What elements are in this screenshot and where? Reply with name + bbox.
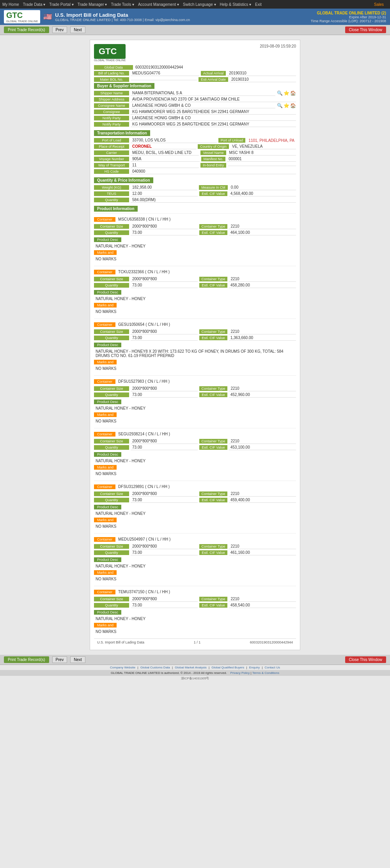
close-button-top[interactable]: Close This Window	[345, 27, 386, 33]
container-block-1: Container TCKU2332366 ( CN / L / HH ) Co…	[94, 266, 296, 314]
container-size-value-4: 2000*800*800	[131, 438, 198, 444]
nav-trade-tools[interactable]: Trade Tools ▾	[111, 2, 134, 7]
container-cif-value-4: 453,100.00	[229, 445, 296, 450]
nav-sales[interactable]: Sales	[374, 2, 384, 7]
nav-account-management[interactable]: Account Management ▾	[138, 2, 179, 7]
way-transport-value: 11	[131, 163, 199, 168]
container-block-3: Container DFSU1527983 ( CN / L / HH ) Co…	[94, 375, 296, 423]
nav-switch-language[interactable]: Switch Language ▾	[183, 2, 216, 7]
container-size-label-6: Container Size	[94, 544, 129, 549]
container-size-label-1: Container Size	[94, 277, 129, 281]
estl-cif-value: 4,568,400.00	[229, 191, 296, 196]
notify-party-row: Notify Party LANGNESE HONIG GMBH & CO	[94, 115, 296, 121]
footer-contact[interactable]: Contact Us	[264, 666, 280, 669]
marks-label-0: Marks and	[94, 249, 296, 256]
footer-privacy[interactable]: Privacy Policy	[230, 671, 250, 675]
container-qty-label-6: Quantity	[94, 550, 129, 555]
container-id-value-5: DFSU3129891 ( CN / L / HH )	[117, 484, 171, 489]
close-button-bottom[interactable]: Close This Window	[345, 656, 386, 663]
place-receipt-row: Place of Receipt CORONEL Country of Orig…	[94, 144, 296, 149]
container-cif-value-0: 464,100.00	[229, 230, 296, 235]
nav-my-home[interactable]: My Home	[2, 2, 19, 7]
container-size-row-1: Container Size 2000*800*800 Container Ty…	[94, 276, 296, 282]
carrier-value: MEDU, BCSL, US-MED LINE LTD	[131, 150, 199, 156]
hs-row: HS Code 040900	[94, 169, 296, 174]
container-cif-label-6: Estl. CIF Value	[199, 550, 227, 555]
us-flag-icon: 🇺🇸	[43, 12, 52, 21]
nav-trade-portal[interactable]: Trade Portal ▾	[49, 2, 73, 7]
container-block-7: Container TEMU3747150 ( CN / L / HH ) Co…	[94, 586, 296, 634]
container-id-row-0: Container MSCU6358338 ( CN / L / HH )	[94, 217, 296, 223]
bol-row: Bill of Lading No. MEDUSG04776 Actual Ar…	[94, 71, 296, 76]
container-cif-label-1: Estl. CIF Value	[199, 283, 227, 288]
container-qty-label-2: Quantity	[94, 336, 129, 340]
product-desc-label-3: Product Desc	[94, 398, 296, 405]
weight-label: Weight (KG)	[94, 185, 129, 190]
footer-record-id: 6003201903120000442944	[250, 640, 293, 644]
print-button-top[interactable]: Print Trade Record(s)	[4, 27, 49, 33]
container-label-0: Container	[94, 217, 115, 222]
manifest-label: Manifest No.	[201, 157, 226, 161]
esti-arrival-value: 20190310	[230, 77, 296, 82]
search-icon-2[interactable]: 🔍	[277, 103, 283, 108]
container-cif-label-0: Estl. CIF Value	[199, 230, 227, 235]
footer-company-website[interactable]: Company Website	[110, 666, 135, 669]
container-qty-label-7: Quantity	[94, 603, 129, 608]
company-name: GLOBAL TRADE ONLINE LIMITED (2)	[311, 11, 386, 15]
container-cif-label-7: Estl. CIF Value	[199, 603, 227, 608]
container-label-5: Container	[94, 484, 115, 489]
container-block-4: Container SEGU2938214 ( CN / L / HH ) Co…	[94, 428, 296, 476]
measure-label: Measure In CM	[199, 185, 228, 190]
consignee-row: Consignee KG HAMMOORER WEG 25 BARGTEHEID…	[94, 109, 296, 115]
shipper-name-value: NAMA BITERNATIONAL S A	[131, 90, 275, 96]
nav-trade-manager[interactable]: Trade Manager ▾	[78, 2, 107, 7]
print-button-bottom[interactable]: Print Trade Record(s)	[4, 656, 49, 663]
marks-label-2: Marks and	[94, 359, 296, 366]
star-icon[interactable]: ⭐	[284, 90, 289, 96]
mater-bol-value	[131, 79, 197, 80]
product-desc-label-7: Product Desc	[94, 609, 296, 616]
next-button-bottom[interactable]: Next	[70, 656, 85, 663]
container-qty-value-2: 73.00	[131, 335, 198, 341]
footer-terms[interactable]: Terms & Conditions	[252, 671, 279, 675]
nav-help-statistics[interactable]: Help & Statistics ▾	[220, 2, 252, 7]
toolbar-top: Print Trade Record(s) Prev Next Close Th…	[0, 25, 390, 35]
search-icon[interactable]: 🔍	[277, 90, 283, 96]
record-header: GTC GLOBAL TRADE ONLINE 2019-08-09 15:59…	[94, 44, 296, 62]
container-qty-label-4: Quantity	[94, 445, 129, 450]
global-data-label: Global Data	[94, 65, 133, 70]
way-transport-label: Way of Transport	[94, 163, 129, 168]
estl-cif-label: Estl. CIF Value	[199, 191, 227, 196]
container-id-row-6: Container MEDU2504997 ( CN / L / HH )	[94, 537, 296, 543]
container-cif-label-4: Estl. CIF Value	[199, 445, 227, 450]
container-size-row-2: Container Size 2000*800*800 Container Ty…	[94, 329, 296, 334]
container-id-value-0: MSCU6358338 ( CN / L / HH )	[117, 217, 172, 222]
next-button-top[interactable]: Next	[70, 27, 85, 33]
container-block-0: Container MSCU6358338 ( CN / L / HH ) Co…	[94, 213, 296, 261]
container-id-row-7: Container TEMU3747150 ( CN / L / HH )	[94, 589, 296, 596]
consignee-label: Consignee	[94, 110, 129, 114]
home-icon-2[interactable]: 🏠	[290, 103, 296, 108]
transportation-section: Transportation Information Port of Load …	[94, 130, 296, 174]
marks-value-3: NO MARKS	[96, 419, 296, 423]
mater-bol-label: Mater BOL No.	[94, 77, 129, 82]
star-icon-2[interactable]: ⭐	[284, 103, 289, 108]
consignee-name-value: LANGNESE HONIG GMBH & CO	[131, 103, 275, 108]
prev-button-bottom[interactable]: Prev	[52, 656, 67, 663]
footer-global-customs[interactable]: Global Customs Data	[140, 666, 170, 669]
product-info-section: Product Information Container MSCU635833…	[94, 206, 296, 634]
container-size-row-4: Container Size 2000*800*800 Container Ty…	[94, 438, 296, 444]
home-icon[interactable]: 🏠	[290, 90, 296, 96]
manifest-value: 000001	[227, 156, 296, 162]
prev-button-top[interactable]: Prev	[52, 27, 67, 33]
footer-enquiry[interactable]: Enquiry	[249, 666, 260, 669]
marks-value-4: NO MARKS	[96, 472, 296, 476]
nav-trade-data[interactable]: Trade Data ▾	[23, 2, 45, 7]
page-footer-record: U.S. Import Bill of Lading Data 1 / 1 60…	[94, 638, 296, 646]
nav-exit[interactable]: Exit	[255, 2, 262, 7]
container-label-3: Container	[94, 379, 115, 384]
footer-prefix: U.S. Import Bill of Lading Data	[97, 640, 144, 644]
hs-label: HS Code	[94, 169, 129, 174]
footer-global-buyers[interactable]: Global Qualified Buyers	[211, 666, 244, 669]
footer-global-market[interactable]: Global Market Analysis	[175, 666, 206, 669]
